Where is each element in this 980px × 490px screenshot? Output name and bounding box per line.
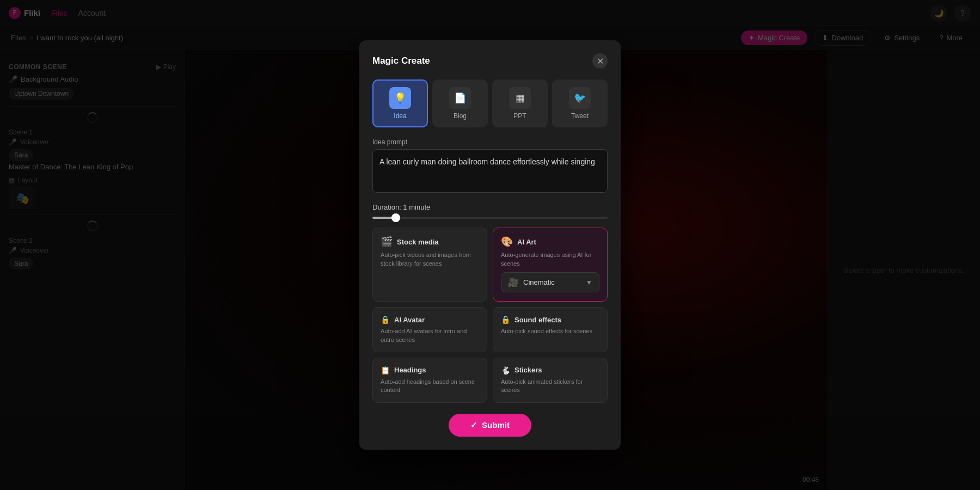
stickers-title: Stickers — [514, 366, 542, 374]
headings-card[interactable]: 📋 Headings Auto-add headings based on sc… — [372, 358, 487, 403]
ai-avatar-title: AI Avatar — [394, 316, 425, 324]
submit-button[interactable]: ✓ Submit — [449, 414, 531, 437]
sound-effects-title: Sound effects — [514, 316, 561, 324]
stickers-desc: Auto-pick animated stickers for scenes — [501, 378, 599, 395]
tab-row: 💡 Idea 📄 Blog ▦ PPT 🐦 Tweet — [372, 79, 608, 127]
tab-ppt[interactable]: ▦ PPT — [492, 79, 548, 127]
ai-art-card[interactable]: 🎨 AI Art Auto-generate images using AI f… — [493, 228, 608, 302]
ai-avatar-desc: Auto-add AI avatars for intro and outro … — [381, 327, 479, 344]
tab-blog-label: Blog — [454, 112, 467, 120]
modal-overlay[interactable]: Magic Create ✕ 💡 Idea 📄 Blog ▦ PP — [0, 0, 980, 490]
ai-art-desc: Auto-generate images using AI for scenes — [501, 251, 599, 268]
headings-title: Headings — [394, 366, 426, 374]
chevron-down-icon: ▼ — [586, 279, 592, 286]
idea-prompt-textarea[interactable]: A lean curly man doing ballroom dance ef… — [372, 149, 608, 193]
stickers-header: 🐇 Stickers — [501, 366, 599, 375]
style-dropdown-icon: 🎥 — [508, 277, 519, 287]
ai-avatar-header: 🔒 AI Avatar — [381, 315, 479, 324]
headings-icon: 📋 — [381, 366, 390, 375]
duration-row: Duration: 1 minute — [372, 203, 608, 219]
sound-effects-header: 🔒 Sound effects — [501, 315, 599, 324]
submit-check-icon: ✓ — [470, 420, 477, 430]
sound-effects-desc: Auto-pick sound effects for scenes — [501, 327, 599, 335]
headings-desc: Auto-add headings based on scene content — [381, 378, 479, 395]
idea-icon: 💡 — [394, 92, 406, 104]
tab-tweet-label: Tweet — [571, 112, 589, 120]
modal-title: Magic Create — [372, 56, 430, 66]
sound-effects-lock-icon: 🔒 — [501, 315, 510, 324]
headings-header: 📋 Headings — [381, 366, 479, 375]
blog-icon: 📄 — [454, 92, 466, 104]
blog-icon-wrap: 📄 — [449, 87, 471, 109]
duration-label: Duration: 1 minute — [372, 203, 608, 211]
stock-media-card[interactable]: 🎬 Stock media Auto-pick videos and image… — [372, 228, 487, 302]
duration-slider-track[interactable] — [372, 217, 608, 219]
modal-header: Magic Create ✕ — [372, 53, 608, 69]
style-dropdown-label: Cinematic — [523, 278, 581, 286]
ai-art-title: AI Art — [517, 238, 536, 246]
ai-art-icon: 🎨 — [501, 236, 513, 248]
ppt-icon: ▦ — [516, 92, 525, 104]
tweet-icon: 🐦 — [574, 92, 586, 104]
idea-prompt-label: Idea prompt — [372, 138, 608, 146]
ppt-icon-wrap: ▦ — [509, 87, 531, 109]
modal-close-button[interactable]: ✕ — [592, 53, 608, 69]
tab-blog[interactable]: 📄 Blog — [432, 79, 488, 127]
tab-ppt-label: PPT — [513, 112, 526, 120]
options-grid: 🎬 Stock media Auto-pick videos and image… — [372, 228, 608, 402]
stickers-card[interactable]: 🐇 Stickers Auto-pick animated stickers f… — [493, 358, 608, 403]
stock-media-desc: Auto-pick videos and images from stock l… — [381, 251, 479, 268]
stickers-icon: 🐇 — [501, 366, 510, 375]
sound-effects-card[interactable]: 🔒 Sound effects Auto-pick sound effects … — [493, 307, 608, 352]
slider-thumb[interactable] — [391, 213, 400, 222]
ai-art-header: 🎨 AI Art — [501, 236, 599, 248]
submit-row: ✓ Submit — [372, 414, 608, 437]
tab-idea-label: Idea — [394, 112, 406, 120]
magic-create-modal: Magic Create ✕ 💡 Idea 📄 Blog ▦ PP — [359, 40, 621, 449]
stock-media-icon: 🎬 — [381, 236, 393, 248]
style-dropdown[interactable]: 🎥 Cinematic ▼ — [501, 272, 599, 292]
ai-avatar-card[interactable]: 🔒 AI Avatar Auto-add AI avatars for intr… — [372, 307, 487, 352]
submit-label: Submit — [482, 420, 510, 430]
stock-media-header: 🎬 Stock media — [381, 236, 479, 248]
stock-media-title: Stock media — [397, 238, 439, 246]
ai-avatar-lock-icon: 🔒 — [381, 315, 390, 324]
idea-icon-wrap: 💡 — [389, 87, 411, 109]
tweet-icon-wrap: 🐦 — [569, 87, 591, 109]
tab-tweet[interactable]: 🐦 Tweet — [552, 79, 608, 127]
tab-idea[interactable]: 💡 Idea — [372, 79, 428, 127]
